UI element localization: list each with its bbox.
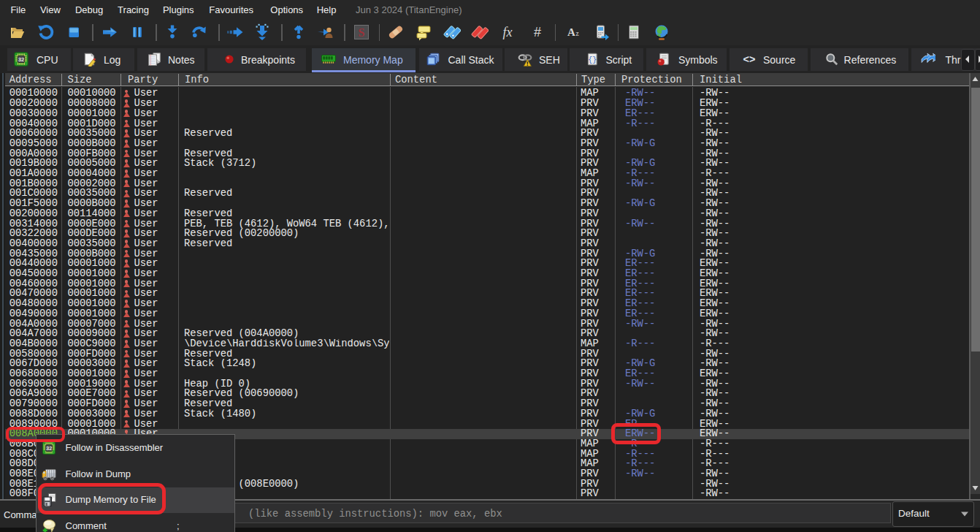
svg-text:{}: {} — [588, 56, 597, 64]
svg-text:<>: <> — [743, 53, 756, 65]
svg-text:z: z — [575, 30, 578, 37]
svg-text:32: 32 — [46, 445, 52, 452]
svg-text:S: S — [359, 26, 365, 39]
svg-text:A: A — [567, 26, 575, 38]
svg-text:fx: fx — [503, 25, 513, 39]
svg-text:32: 32 — [18, 56, 24, 63]
svg-text:#: # — [534, 25, 541, 39]
